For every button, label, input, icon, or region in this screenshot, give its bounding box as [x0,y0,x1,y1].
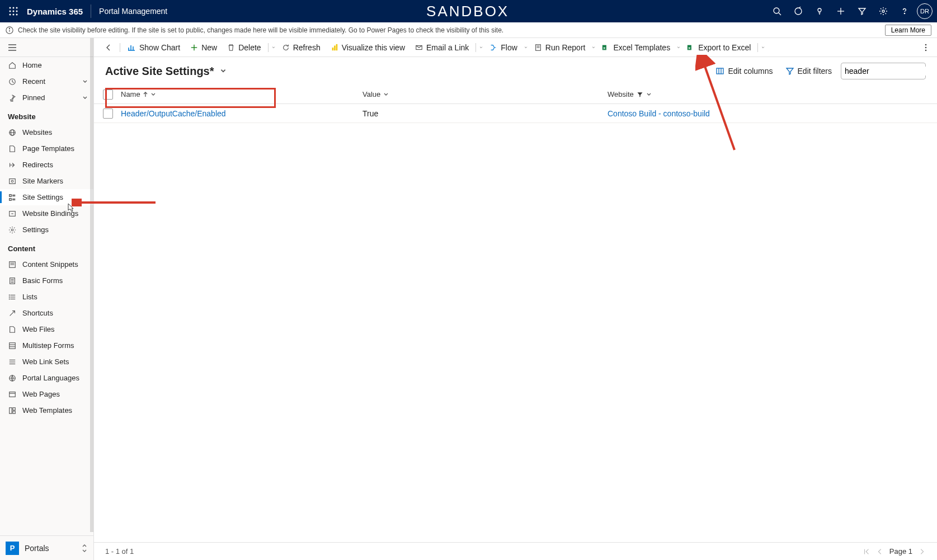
sidebar-item-pinned[interactable]: Pinned [0,90,93,106]
cmd-separator [268,43,269,52]
show-chart-button[interactable]: Show Chart [123,41,185,54]
sidebar-item-web-templates[interactable]: Web Templates [0,402,93,418]
visualize-button[interactable]: Visualize this view [326,41,409,54]
filter-icon [785,67,794,76]
select-all-checkbox[interactable] [103,90,113,100]
refresh-icon [282,44,290,51]
help-icon[interactable] [896,2,914,20]
sidebar-item-web-pages[interactable]: Web Pages [0,386,93,402]
quickfind-search[interactable]: × [841,63,926,79]
run-report-button[interactable]: Run Report [530,41,590,54]
row-website-link[interactable]: Contoso Build - contoso-build [608,109,710,118]
sidebar-item-website-bindings[interactable]: Website Bindings [0,205,93,222]
svg-point-5 [16,11,18,12]
clock-icon [8,77,17,86]
sidebar-item-multistep-forms[interactable]: Multistep Forms [0,337,93,354]
lightbulb-icon[interactable] [811,2,828,20]
sidebar-toggle-button[interactable] [0,38,93,57]
filter-icon[interactable] [853,2,871,20]
email-chevron[interactable] [478,43,484,53]
trash-icon [227,44,235,51]
app-launcher-icon[interactable] [4,2,22,20]
new-button[interactable]: New [186,41,222,54]
delete-chevron[interactable] [271,43,276,53]
back-button[interactable] [100,41,117,54]
linkset-icon [8,357,17,366]
email-link-button[interactable]: Email a Link [411,41,473,54]
learn-more-button[interactable]: Learn More [885,25,931,36]
svg-point-30 [11,180,13,182]
info-icon [6,26,13,34]
flow-button[interactable]: Flow [485,41,522,54]
export-excel-button[interactable]: XExport to Excel [682,41,755,54]
svg-point-1 [13,7,15,9]
sidebar-item-recent[interactable]: Recent [0,73,93,90]
svg-point-49 [9,295,10,295]
next-page-button[interactable] [918,548,926,556]
column-header-name[interactable]: Name [116,90,362,98]
svg-point-77 [925,44,927,45]
sidebar-item-redirects[interactable]: Redirects [0,157,93,173]
sidebar-item-web-link-sets[interactable]: Web Link Sets [0,354,93,370]
area-label: Portals [25,544,49,553]
assistant-icon[interactable] [789,2,807,20]
sidebar-item-shortcuts[interactable]: Shortcuts [0,305,93,321]
edit-filters-button[interactable]: Edit filters [782,64,835,78]
report-chevron[interactable] [591,43,596,53]
gear-icon [8,225,17,234]
overflow-menu-button[interactable] [920,41,931,54]
chart-icon [127,43,136,52]
sidebar-item-page-templates[interactable]: Page Templates [0,140,93,157]
column-header-value[interactable]: Value [362,90,608,98]
sidebar-item-label: Content Snippets [22,260,78,269]
flow-chevron[interactable] [523,43,529,53]
svg-rect-80 [717,68,723,74]
form-icon [8,276,17,285]
sidebar-item-content-snippets[interactable]: Content Snippets [0,256,93,272]
first-page-button[interactable] [863,548,870,556]
table-row[interactable]: Header/OutputCache/Enabled True Contoso … [94,104,937,123]
delete-button[interactable]: Delete [223,41,265,54]
sidebar-item-lists[interactable]: Lists [0,289,93,305]
refresh-button[interactable]: Refresh [277,41,325,54]
shortcut-icon [8,309,17,318]
sidebar-item-label: Redirects [22,161,53,169]
sidebar-item-websites[interactable]: Websites [0,124,93,140]
gear-icon[interactable] [874,2,892,20]
row-name-link[interactable]: Header/OutputCache/Enabled [121,109,226,118]
view-dropdown-chevron[interactable] [220,68,227,74]
search-icon[interactable] [768,2,786,20]
excel-templates-chevron[interactable] [676,43,681,53]
avatar[interactable]: DR [917,3,933,19]
cmd-separator [120,43,120,52]
sidebar-item-portal-languages[interactable]: Portal Languages [0,370,93,386]
sidebar-item-site-settings[interactable]: Site Settings [0,189,93,205]
sidebar-item-web-files[interactable]: Web Files [0,321,93,337]
sidebar-item-site-markers[interactable]: Site Markers [0,173,93,189]
excel-templates-button[interactable]: XExcel Templates [597,41,675,54]
add-icon[interactable] [832,2,850,20]
search-input[interactable] [845,67,937,76]
sidebar-item-label: Websites [22,128,52,137]
prev-page-button[interactable] [876,548,884,556]
sidebar-item-home[interactable]: Home [0,57,93,73]
export-excel-chevron[interactable] [760,43,766,53]
column-header-website[interactable]: Website [608,90,931,98]
sidebar-item-label: Lists [22,293,37,301]
sidebar-scrollbar[interactable] [90,38,93,532]
svg-line-10 [779,13,781,15]
sidebar-item-basic-forms[interactable]: Basic Forms [0,272,93,289]
sidebar-item-settings[interactable]: Settings [0,222,93,238]
row-checkbox[interactable] [103,109,113,119]
sidebar-item-label: Recent [22,77,45,86]
sidebar-area-switcher[interactable]: P Portals [0,535,93,560]
view-title[interactable]: Active Site Settings* [105,65,214,78]
svg-point-7 [13,14,15,16]
settings-list-icon [8,193,17,202]
svg-point-2 [16,7,18,9]
brand-title[interactable]: Dynamics 365 [27,7,83,16]
edit-columns-button[interactable]: Edit columns [712,64,776,78]
page-icon [8,144,17,153]
app-name[interactable]: Portal Management [99,7,167,16]
sandbox-label: SANDBOX [167,3,768,20]
